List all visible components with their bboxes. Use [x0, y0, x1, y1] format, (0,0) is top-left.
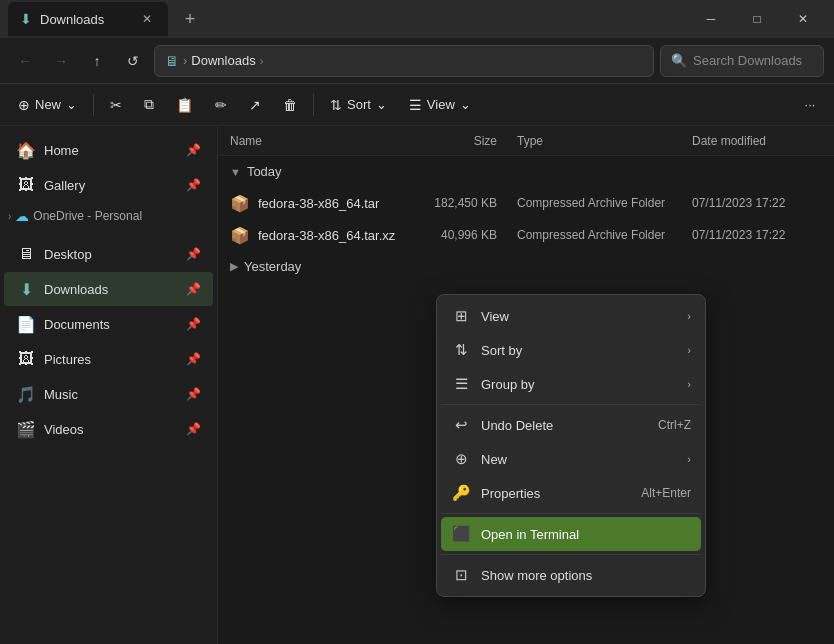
context-menu-item[interactable]: ⊞View› [441, 299, 701, 333]
context-menu-item-arrow: › [687, 453, 691, 465]
context-menu-item[interactable]: 🔑PropertiesAlt+Enter [441, 476, 701, 510]
new-tab-button[interactable]: + [176, 5, 204, 33]
col-type-header[interactable]: Type [517, 134, 692, 148]
sidebar-item-home[interactable]: 🏠 Home 📌 [4, 133, 213, 167]
sidebar-item-downloads[interactable]: ⬇ Downloads 📌 [4, 272, 213, 306]
maximize-button[interactable]: □ [734, 0, 780, 38]
new-label: New [35, 97, 61, 112]
music-pin-icon: 📌 [186, 387, 201, 401]
context-menu-item-label: Show more options [481, 568, 691, 583]
path-separator-1: › [183, 53, 187, 68]
group-yesterday[interactable]: ▶ Yesterday [218, 251, 834, 282]
table-row[interactable]: 📦 fedora-38-x86_64.tar 182,450 KB Compre… [218, 187, 834, 219]
desktop-icon: 🖥 [16, 245, 36, 263]
paste-button[interactable]: 📋 [166, 89, 203, 121]
sidebar-label-gallery: Gallery [44, 178, 178, 193]
context-menu-item-label: Undo Delete [481, 418, 648, 433]
forward-button[interactable]: → [46, 46, 76, 76]
cut-icon: ✂ [110, 97, 122, 113]
tab-title: Downloads [40, 12, 104, 27]
sidebar-item-desktop[interactable]: 🖥 Desktop 📌 [4, 237, 213, 271]
new-icon: ⊕ [18, 97, 30, 113]
file-name-cell-2: 📦 fedora-38-x86_64.tar.xz [230, 226, 417, 245]
tab-close-button[interactable]: ✕ [138, 10, 156, 28]
toolbar-sep-2 [313, 94, 314, 116]
file-date-2: 07/11/2023 17:22 [692, 228, 822, 242]
rename-icon: ✏ [215, 97, 227, 113]
delete-icon: 🗑 [283, 97, 297, 113]
table-row[interactable]: 📦 fedora-38-x86_64.tar.xz 40,996 KB Comp… [218, 219, 834, 251]
context-menu-item-label: View [481, 309, 677, 324]
path-segment: Downloads [191, 53, 255, 68]
share-button[interactable]: ↗ [239, 89, 271, 121]
sidebar-item-music[interactable]: 🎵 Music 📌 [4, 377, 213, 411]
file-date-1: 07/11/2023 17:22 [692, 196, 822, 210]
file-type-1: Compressed Archive Folder [517, 196, 692, 210]
sort-button[interactable]: ⇅ Sort ⌄ [320, 89, 397, 121]
group-today[interactable]: ▼ Today [218, 156, 834, 187]
context-menu-item-icon: ↩ [451, 416, 471, 434]
back-button[interactable]: ← [10, 46, 40, 76]
tab-icon: ⬇ [20, 11, 32, 27]
context-menu-item[interactable]: ⇅Sort by› [441, 333, 701, 367]
path-pc-icon: 🖥 [165, 53, 179, 69]
sidebar-label-music: Music [44, 387, 178, 402]
file-header: Name Size Type Date modified [218, 126, 834, 156]
col-size-header[interactable]: Size [417, 134, 517, 148]
cut-button[interactable]: ✂ [100, 89, 132, 121]
col-name-header[interactable]: Name [230, 134, 417, 148]
context-menu-item-label: Properties [481, 486, 631, 501]
file-size-2: 40,996 KB [417, 228, 517, 242]
context-menu-item-icon: ⬛ [451, 525, 471, 543]
sort-label: Sort [347, 97, 371, 112]
up-button[interactable]: ↑ [82, 46, 112, 76]
sidebar-item-videos[interactable]: 🎬 Videos 📌 [4, 412, 213, 446]
rename-button[interactable]: ✏ [205, 89, 237, 121]
home-icon: 🏠 [16, 141, 36, 160]
search-box[interactable]: 🔍 [660, 45, 824, 77]
minimize-button[interactable]: ─ [688, 0, 734, 38]
sidebar-item-pictures[interactable]: 🖼 Pictures 📌 [4, 342, 213, 376]
close-button[interactable]: ✕ [780, 0, 826, 38]
file-icon-2: 📦 [230, 226, 250, 245]
context-menu-item[interactable]: ⊕New› [441, 442, 701, 476]
context-menu-item[interactable]: ⬛Open in Terminal [441, 517, 701, 551]
context-menu-item-label: New [481, 452, 677, 467]
context-menu-item[interactable]: ⊡Show more options [441, 558, 701, 592]
context-menu-item-icon: ⊞ [451, 307, 471, 325]
sidebar-item-documents[interactable]: 📄 Documents 📌 [4, 307, 213, 341]
toolbar-sep-1 [93, 94, 94, 116]
context-menu-item-icon: 🔑 [451, 484, 471, 502]
gallery-pin-icon: 📌 [186, 178, 201, 192]
onedrive-arrow-icon: › [8, 211, 11, 222]
address-bar: ← → ↑ ↺ 🖥 › Downloads › 🔍 [0, 38, 834, 84]
context-menu-item-shortcut: Ctrl+Z [658, 418, 691, 432]
search-input[interactable] [693, 53, 813, 68]
active-tab[interactable]: ⬇ Downloads ✕ [8, 2, 168, 36]
onedrive-cloud-icon: ☁ [15, 208, 29, 224]
new-button[interactable]: ⊕ New ⌄ [8, 89, 87, 121]
downloads-pin-icon: 📌 [186, 282, 201, 296]
file-area: Name Size Type Date modified ▼ Today 📦 f… [218, 126, 834, 644]
gallery-icon: 🖼 [16, 176, 36, 194]
view-button[interactable]: ☰ View ⌄ [399, 89, 481, 121]
home-pin-icon: 📌 [186, 143, 201, 157]
context-menu-item[interactable]: ↩Undo DeleteCtrl+Z [441, 408, 701, 442]
copy-button[interactable]: ⧉ [134, 89, 164, 121]
context-menu-divider [441, 513, 701, 514]
sidebar-item-gallery[interactable]: 🖼 Gallery 📌 [4, 168, 213, 202]
sidebar-group-onedrive[interactable]: › ☁ OneDrive - Personal [0, 204, 217, 228]
refresh-button[interactable]: ↺ [118, 46, 148, 76]
sidebar-label-videos: Videos [44, 422, 178, 437]
search-icon: 🔍 [671, 53, 687, 68]
new-chevron: ⌄ [66, 97, 77, 112]
context-menu-divider [441, 554, 701, 555]
col-date-header[interactable]: Date modified [692, 134, 822, 148]
address-path[interactable]: 🖥 › Downloads › [154, 45, 654, 77]
pictures-pin-icon: 📌 [186, 352, 201, 366]
more-button[interactable]: ··· [794, 89, 826, 121]
file-size-1: 182,450 KB [417, 196, 517, 210]
path-arrow: › [260, 55, 264, 67]
context-menu-item[interactable]: ☰Group by› [441, 367, 701, 401]
delete-button[interactable]: 🗑 [273, 89, 307, 121]
